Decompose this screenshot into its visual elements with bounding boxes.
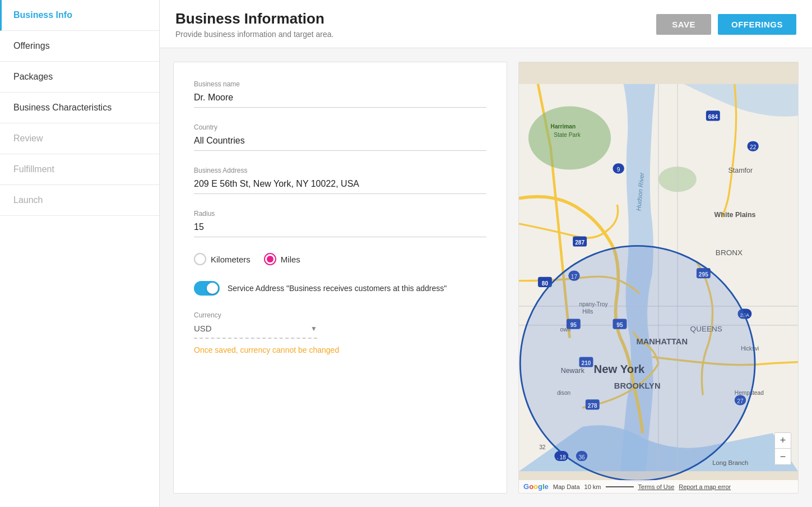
currency-value: USD: [194, 324, 310, 333]
svg-text:Long Branch: Long Branch: [712, 459, 748, 466]
sidebar-item-launch[interactable]: Launch: [0, 185, 159, 216]
address-group: Business Address: [194, 167, 486, 194]
currency-warning: Once saved, currency cannot be changed: [194, 345, 486, 354]
svg-text:State Park: State Park: [554, 132, 581, 138]
sidebar-item-business-info[interactable]: Business Info: [0, 0, 159, 31]
page-subtitle: Provide business information and target …: [175, 30, 334, 39]
svg-point-1: [528, 106, 611, 169]
sidebar: Business Info Offerings Packages Busines…: [0, 0, 160, 507]
map-scale: 10 km: [584, 483, 601, 490]
kilometers-radio[interactable]: [194, 253, 206, 265]
google-logo: Google: [523, 482, 549, 491]
sidebar-item-review[interactable]: Review: [0, 123, 159, 154]
sidebar-item-packages[interactable]: Packages: [0, 62, 159, 93]
offerings-button[interactable]: OFFERINGS: [718, 14, 796, 35]
miles-radio[interactable]: [264, 253, 276, 265]
currency-select[interactable]: USD ▼: [194, 324, 317, 339]
map-data-label: Map Data: [553, 483, 580, 490]
address-input[interactable]: [194, 179, 486, 194]
miles-label: Miles: [281, 255, 300, 264]
miles-option[interactable]: Miles: [264, 253, 300, 265]
business-name-group: Business name: [194, 80, 486, 108]
radius-label: Radius: [194, 210, 486, 218]
zoom-in-button[interactable]: +: [775, 433, 791, 449]
unit-radio-group: Kilometers Miles: [194, 253, 486, 265]
svg-text:BRONX: BRONX: [716, 248, 743, 257]
sidebar-item-offerings[interactable]: Offerings: [0, 31, 159, 62]
svg-text:18: 18: [559, 454, 566, 460]
radius-input[interactable]: [194, 222, 486, 237]
radius-group: Radius: [194, 210, 486, 237]
header-left: Business Information Provide business in…: [175, 10, 334, 39]
svg-text:Harriman: Harriman: [551, 123, 576, 130]
zoom-out-button[interactable]: −: [775, 449, 791, 464]
header-actions: SAVE OFFERINGS: [656, 14, 796, 35]
sidebar-item-business-characteristics[interactable]: Business Characteristics: [0, 93, 159, 123]
save-button[interactable]: SAVE: [656, 14, 711, 35]
country-group: Country All Countries: [194, 123, 486, 151]
sidebar-item-fulfillment[interactable]: Fulfillment: [0, 154, 159, 185]
address-label: Business Address: [194, 167, 486, 174]
terms-of-use-link[interactable]: Terms of Use: [638, 483, 675, 490]
page-header: Business Information Provide business in…: [160, 0, 812, 48]
service-address-row: Service Address "Business receives custo…: [194, 281, 486, 296]
svg-text:287: 287: [575, 239, 584, 246]
country-value: All Countries: [194, 136, 486, 151]
currency-group: Currency USD ▼ Once saved, currency cann…: [194, 311, 486, 354]
service-address-label: Service Address "Business receives custo…: [228, 284, 447, 293]
map-scale-bar: [606, 486, 634, 487]
svg-point-56: [520, 246, 755, 481]
svg-text:White Plains: White Plains: [714, 211, 756, 219]
kilometers-option[interactable]: Kilometers: [194, 253, 250, 265]
svg-text:22: 22: [750, 144, 757, 150]
map-panel: Harriman State Park 287 80: [518, 62, 799, 494]
kilometers-label: Kilometers: [211, 255, 250, 264]
currency-label: Currency: [194, 311, 486, 319]
map-container: Harriman State Park 287 80: [519, 62, 798, 493]
svg-text:Stamfor: Stamfor: [729, 167, 753, 174]
main-area: Business Information Provide business in…: [160, 0, 812, 507]
business-name-label: Business name: [194, 80, 486, 88]
form-panel: Business name Country All Countries Busi…: [173, 62, 507, 494]
chevron-down-icon: ▼: [310, 325, 317, 333]
service-address-toggle[interactable]: [194, 281, 220, 296]
page-title: Business Information: [175, 10, 334, 27]
business-name-input[interactable]: [194, 93, 486, 108]
report-error-link[interactable]: Report a map error: [679, 483, 731, 490]
map-zoom-controls: + −: [774, 432, 791, 465]
svg-text:9: 9: [617, 167, 620, 173]
map-svg: Harriman State Park 287 80: [519, 62, 798, 493]
svg-text:684: 684: [708, 114, 718, 120]
content-area: Business name Country All Countries Busi…: [160, 48, 812, 507]
country-label: Country: [194, 123, 486, 131]
svg-text:80: 80: [542, 280, 549, 287]
svg-text:32: 32: [539, 444, 546, 450]
map-footer: Google Map Data 10 km Terms of Use Repor…: [519, 480, 798, 493]
